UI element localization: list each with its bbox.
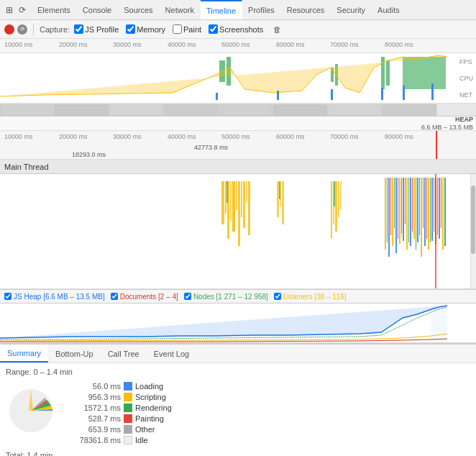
scroll-thumb[interactable] bbox=[471, 186, 475, 254]
range-label: Range: 0 – 1.4 min bbox=[6, 368, 470, 376]
tab-console[interactable]: Console bbox=[77, 0, 118, 19]
stat-value-loading: 56.0 ms bbox=[70, 382, 121, 391]
svg-rect-35 bbox=[331, 181, 332, 239]
svg-rect-30 bbox=[246, 181, 247, 203]
clear-button[interactable]: 🗑 bbox=[273, 25, 281, 34]
metrics-row: JS Heap [6.6 MB – 13.5 MB] Documents [2 … bbox=[0, 289, 476, 304]
svg-rect-16 bbox=[164, 104, 218, 116]
tab-call-tree[interactable]: Call Tree bbox=[101, 345, 147, 362]
tab-sources[interactable]: Sources bbox=[118, 0, 159, 19]
svg-rect-28 bbox=[241, 181, 242, 217]
fps-cpu-net-chart: FPS CPU NET bbox=[0, 53, 476, 104]
marker-1: 42773.8 ms bbox=[194, 144, 228, 151]
stat-value-painting: 528.7 ms bbox=[70, 414, 121, 423]
tab-bottom-up[interactable]: Bottom-Up bbox=[48, 345, 101, 362]
bottom-tabs: Summary Bottom-Up Call Tree Event Log bbox=[0, 345, 476, 363]
scrollbar[interactable] bbox=[470, 174, 476, 288]
svg-rect-73 bbox=[439, 178, 440, 239]
svg-rect-5 bbox=[386, 60, 390, 86]
tab-network[interactable]: Network bbox=[160, 0, 201, 19]
svg-rect-55 bbox=[406, 178, 408, 250]
metric-listeners-label: Listeners [38 – 116] bbox=[283, 293, 347, 301]
svg-rect-75 bbox=[442, 178, 444, 250]
ruler2-tick-7: 70000 ms bbox=[330, 133, 359, 140]
svg-rect-65 bbox=[424, 178, 426, 246]
memory-graph-svg bbox=[0, 304, 467, 343]
stat-row-painting: 528.7 ms Painting bbox=[70, 414, 172, 423]
stat-label-scripting: Scripting bbox=[135, 393, 166, 401]
stat-row-idle: 78361.8 ms Idle bbox=[70, 436, 172, 444]
tab-summary[interactable]: Summary bbox=[0, 345, 48, 362]
svg-rect-20 bbox=[383, 104, 436, 116]
ruler2-tick-3: 30000 ms bbox=[113, 133, 142, 140]
timeline-main-ruler: 10000 ms 20000 ms 30000 ms 40000 ms 5000… bbox=[0, 131, 476, 160]
tab-elements[interactable]: Elements bbox=[32, 0, 77, 19]
nav-bar: ⊞ ⟳ Elements Console Sources Network Tim… bbox=[0, 0, 476, 20]
metric-listeners-checkbox[interactable] bbox=[274, 293, 281, 300]
stat-row-rendering: 1572.1 ms Rendering bbox=[70, 403, 172, 412]
record-button[interactable] bbox=[4, 24, 14, 35]
svg-rect-50 bbox=[398, 178, 398, 239]
tab-event-log[interactable]: Event Log bbox=[147, 345, 197, 362]
stat-label-painting: Painting bbox=[135, 414, 164, 423]
stat-color-scripting bbox=[124, 393, 132, 401]
ruler-tick-3: 30000 ms bbox=[113, 41, 142, 48]
svg-rect-9 bbox=[331, 89, 333, 100]
paint-checkbox[interactable]: Paint bbox=[173, 24, 201, 34]
svg-rect-78 bbox=[431, 304, 447, 343]
metric-nodes-checkbox[interactable] bbox=[184, 293, 191, 300]
stat-row-other: 653.9 ms Other bbox=[70, 425, 172, 434]
svg-rect-38 bbox=[338, 181, 339, 217]
stat-color-rendering bbox=[124, 403, 132, 412]
ruler-tick-1: 10000 ms bbox=[4, 41, 33, 48]
toolbar: ⟳ Capture: JS Profile Memory Paint Scree… bbox=[0, 20, 476, 39]
svg-rect-32 bbox=[277, 181, 279, 217]
svg-rect-63 bbox=[421, 178, 422, 257]
js-profile-checkbox[interactable]: JS Profile bbox=[74, 24, 119, 34]
svg-rect-61 bbox=[417, 178, 418, 242]
fps-label: FPS bbox=[459, 58, 473, 65]
tab-audits[interactable]: Audits bbox=[372, 0, 406, 19]
stat-color-idle bbox=[124, 436, 132, 444]
svg-rect-4 bbox=[381, 57, 385, 89]
tab-timeline[interactable]: Timeline bbox=[201, 0, 242, 19]
nav-controls: ⊞ ⟳ bbox=[3, 4, 29, 17]
settings-icon[interactable]: ⟳ bbox=[16, 4, 29, 17]
ruler2-tick-2: 20000 ms bbox=[59, 133, 88, 140]
svg-rect-57 bbox=[410, 178, 411, 246]
svg-rect-46 bbox=[390, 178, 391, 235]
refresh-record-button[interactable]: ⟳ bbox=[17, 24, 27, 35]
tab-resources[interactable]: Resources bbox=[281, 0, 331, 19]
svg-rect-15 bbox=[109, 104, 163, 116]
stat-color-painting bbox=[124, 414, 132, 423]
metric-listeners: Listeners [38 – 116] bbox=[274, 293, 347, 301]
tab-security[interactable]: Security bbox=[331, 0, 372, 19]
dock-icon[interactable]: ⊞ bbox=[3, 4, 16, 17]
thread-name: Main Thread bbox=[4, 163, 49, 171]
svg-rect-21 bbox=[221, 181, 224, 224]
svg-rect-52 bbox=[401, 178, 402, 234]
stat-label-other: Other bbox=[135, 425, 155, 434]
metric-nodes-label: Nodes [1 271 – 12 958] bbox=[193, 293, 268, 301]
tab-profiles[interactable]: Profiles bbox=[242, 0, 281, 19]
ruler2-tick-1: 10000 ms bbox=[4, 133, 33, 140]
metric-documents-checkbox[interactable] bbox=[111, 293, 118, 300]
memory-checkbox[interactable]: Memory bbox=[126, 24, 165, 34]
metric-js-heap-checkbox[interactable] bbox=[4, 293, 12, 300]
stat-row-scripting: 956.3 ms Scripting bbox=[70, 393, 172, 401]
svg-rect-17 bbox=[219, 104, 273, 116]
svg-rect-18 bbox=[273, 104, 327, 116]
svg-rect-34 bbox=[282, 181, 284, 224]
svg-rect-69 bbox=[431, 178, 433, 241]
svg-rect-56 bbox=[408, 178, 409, 242]
ruler-tick-7: 70000 ms bbox=[330, 41, 359, 48]
metric-js-heap-label: JS Heap [6.6 MB – 13.5 MB] bbox=[14, 293, 105, 301]
stat-label-rendering: Rendering bbox=[135, 403, 172, 412]
ruler-tick-8: 80000 ms bbox=[385, 41, 413, 48]
svg-rect-54 bbox=[405, 178, 406, 224]
metric-documents-label: Documents [2 – 4] bbox=[120, 293, 178, 301]
metric-documents: Documents [2 – 4] bbox=[111, 293, 178, 301]
memory-graph bbox=[0, 304, 476, 343]
screenshots-checkbox[interactable]: Screenshots bbox=[209, 24, 263, 34]
svg-rect-66 bbox=[426, 178, 427, 239]
